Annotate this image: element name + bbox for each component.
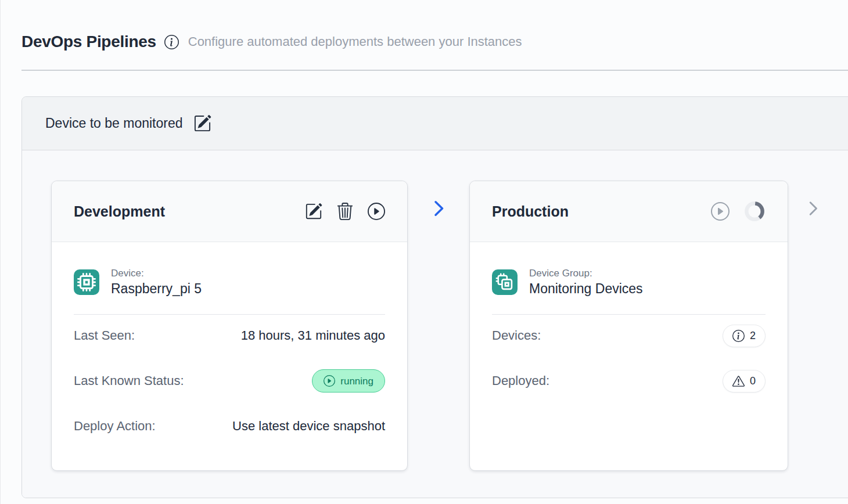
page-header: DevOps Pipelines Configure automated dep… xyxy=(21,31,848,52)
card-divider xyxy=(74,314,385,315)
info-circle-icon xyxy=(732,330,745,342)
loading-spinner-icon xyxy=(743,200,766,222)
status-text: running xyxy=(340,376,373,386)
device-group-row: Device Group: Monitoring Devices xyxy=(492,268,766,297)
development-stage-card: Development xyxy=(51,181,408,471)
pipeline-panel-header: Device to be monitored xyxy=(22,97,848,150)
edit-square-icon xyxy=(305,203,322,220)
status-label: Last Known Status: xyxy=(74,373,184,388)
header-divider xyxy=(21,70,848,71)
chevron-right-icon[interactable] xyxy=(806,200,820,217)
status-row: Last Known Status: running xyxy=(74,368,385,394)
card-divider xyxy=(492,314,766,315)
device-label: Device: xyxy=(111,268,202,279)
page-title: DevOps Pipelines xyxy=(21,31,156,52)
chip-icon xyxy=(74,269,99,295)
delete-stage-button[interactable] xyxy=(336,203,354,220)
stage-title: Production xyxy=(492,203,711,220)
warning-triangle-icon xyxy=(732,375,745,387)
info-circle-icon[interactable] xyxy=(164,35,179,49)
development-card-body: Device: Raspberry_pi 5 Last Seen: 18 hou… xyxy=(52,242,407,439)
device-name: Raspberry_pi 5 xyxy=(111,281,202,297)
development-card-header: Development xyxy=(52,181,407,242)
last-seen-row: Last Seen: 18 hours, 31 minutes ago xyxy=(74,323,385,348)
last-seen-value: 18 hours, 31 minutes ago xyxy=(241,328,385,343)
deploy-action-row: Deploy Action: Use latest device snapsho… xyxy=(74,413,385,439)
edit-pipeline-button[interactable] xyxy=(193,114,211,132)
panel-title: Device to be monitored xyxy=(45,116,183,131)
edit-stage-button[interactable] xyxy=(305,203,322,220)
production-card-header: Production xyxy=(470,181,788,242)
pipeline-stages-row: Development xyxy=(22,150,848,471)
device-group-label: Device Group: xyxy=(529,268,643,279)
stage-title: Development xyxy=(74,203,305,220)
deploy-action-label: Deploy Action: xyxy=(74,419,156,434)
deployed-count: 0 xyxy=(750,376,756,386)
run-stage-button[interactable] xyxy=(711,202,730,221)
page-subtitle: Configure automated deployments between … xyxy=(188,34,522,49)
devices-count: 2 xyxy=(750,330,756,341)
app-root: DevOps Pipelines Configure automated dep… xyxy=(0,0,848,504)
play-circle-icon xyxy=(711,202,730,221)
deployed-row: Deployed: 0 xyxy=(492,368,766,394)
info-circle-icon xyxy=(164,35,179,49)
play-circle-icon xyxy=(324,375,335,387)
development-card-actions xyxy=(305,203,385,220)
pipeline-panel-body: Development xyxy=(22,150,848,498)
deployed-count-badge[interactable]: 0 xyxy=(723,370,766,393)
device-row: Device: Raspberry_pi 5 xyxy=(74,268,385,297)
devices-label: Devices: xyxy=(492,328,541,343)
deploy-action-value: Use latest device snapshot xyxy=(232,419,385,434)
play-circle-icon xyxy=(368,203,385,220)
trash-icon xyxy=(336,203,354,220)
production-stage-card: Production xyxy=(469,181,788,471)
device-group-info: Device Group: Monitoring Devices xyxy=(529,268,643,297)
main-content: DevOps Pipelines Configure automated dep… xyxy=(0,0,848,504)
device-group-name: Monitoring Devices xyxy=(529,281,643,297)
status-badge: running xyxy=(312,369,385,393)
chip-stack-icon xyxy=(492,269,518,295)
run-stage-button[interactable] xyxy=(368,203,385,220)
deployed-label: Deployed: xyxy=(492,373,549,388)
production-card-body: Device Group: Monitoring Devices Devices… xyxy=(470,242,788,394)
pipeline-panel: Device to be monitored Development xyxy=(21,96,848,498)
production-card-actions xyxy=(711,200,766,222)
devices-row: Devices: 2 xyxy=(492,323,766,348)
edit-square-icon xyxy=(193,114,211,132)
devices-count-badge[interactable]: 2 xyxy=(723,325,766,347)
chevron-right-icon xyxy=(431,200,446,217)
next-stage-chevron-cell xyxy=(788,200,838,217)
last-seen-label: Last Seen: xyxy=(74,328,135,343)
device-info: Device: Raspberry_pi 5 xyxy=(111,268,202,297)
pipeline-arrow-cell xyxy=(408,200,469,217)
